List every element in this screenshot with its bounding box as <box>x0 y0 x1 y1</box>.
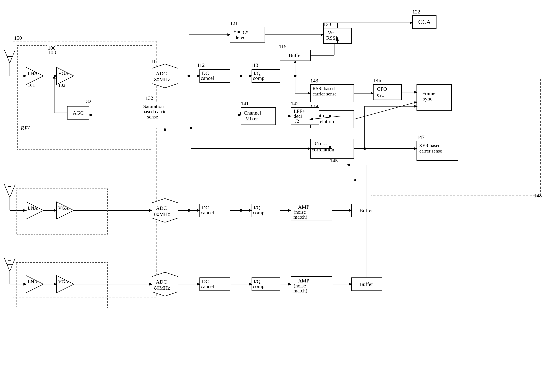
svg-text:Buffer: Buffer <box>360 281 373 287</box>
svg-rect-75 <box>417 85 451 111</box>
svg-text:Saturation: Saturation <box>143 104 164 109</box>
svg-text:145: 145 <box>330 158 338 163</box>
svg-text:123: 123 <box>323 21 331 27</box>
svg-text:/2: /2 <box>295 119 299 124</box>
svg-text:132: 132 <box>84 98 91 104</box>
svg-text:(noise: (noise <box>294 209 306 215</box>
svg-text:AMP: AMP <box>298 204 309 210</box>
label-rf: RF <box>21 125 28 132</box>
svg-text:XER based: XER based <box>419 143 441 148</box>
svg-text:comp: comp <box>253 210 264 215</box>
svg-text:80MHz: 80MHz <box>154 285 170 291</box>
svg-text:Buffer: Buffer <box>360 208 373 213</box>
svg-text:LNA: LNA <box>28 70 38 76</box>
svg-rect-163 <box>16 189 107 234</box>
svg-text:80MHz: 80MHz <box>154 211 170 217</box>
svg-text:146: 146 <box>373 77 381 83</box>
svg-text:detect: detect <box>234 35 247 40</box>
svg-text:RSSI based: RSSI based <box>313 86 335 91</box>
svg-text:121: 121 <box>230 20 238 26</box>
svg-text:80MHz: 80MHz <box>154 77 170 83</box>
svg-text:Cross: Cross <box>315 141 327 147</box>
svg-text:VGA: VGA <box>58 205 69 211</box>
svg-marker-11 <box>26 67 43 85</box>
svg-text:102: 102 <box>58 83 65 88</box>
svg-rect-2 <box>17 46 152 150</box>
svg-text:AMP: AMP <box>298 278 309 284</box>
svg-text:Frame: Frame <box>422 91 435 96</box>
svg-text:Channel: Channel <box>244 110 261 116</box>
svg-point-146 <box>188 209 190 212</box>
svg-text:ADC: ADC <box>156 71 167 76</box>
svg-text:148: 148 <box>534 193 542 198</box>
svg-text:Energy: Energy <box>233 29 248 34</box>
svg-text:LNA: LNA <box>28 279 38 284</box>
svg-text:CCA: CCA <box>418 18 431 25</box>
svg-text:W-: W- <box>328 29 334 35</box>
svg-point-129 <box>190 127 192 129</box>
diagram-svg: 150 100 RF LNA 101 VGA 102 ADC 80MHz 111… <box>0 0 550 392</box>
svg-text:est.: est. <box>377 92 384 98</box>
svg-text:comp: comp <box>253 284 264 289</box>
svg-rect-195 <box>16 262 107 308</box>
svg-text:(noise: (noise <box>294 283 306 288</box>
svg-text:match): match) <box>293 214 307 220</box>
svg-text:LNA: LNA <box>28 205 38 211</box>
svg-text:Buffer: Buffer <box>289 52 302 58</box>
svg-text:113: 113 <box>251 62 258 68</box>
svg-text:Mixer: Mixer <box>245 116 258 121</box>
svg-text:LPF+: LPF+ <box>294 108 305 114</box>
svg-text:111: 111 <box>151 58 158 64</box>
svg-rect-0 <box>13 41 156 297</box>
svg-text:AGC: AGC <box>73 110 84 116</box>
svg-text:VGA: VGA <box>58 70 69 76</box>
svg-text:112: 112 <box>197 62 205 68</box>
svg-text:141: 141 <box>241 101 249 106</box>
svg-text:CFO: CFO <box>377 86 387 92</box>
svg-text:101: 101 <box>28 83 35 88</box>
svg-text:147: 147 <box>417 134 424 140</box>
svg-text:cancel: cancel <box>201 75 214 81</box>
label-150: 150 <box>14 35 22 41</box>
svg-text:cancel: cancel <box>201 284 214 289</box>
svg-text:RSSI: RSSI <box>326 35 337 41</box>
svg-text:based carrier: based carrier <box>142 109 168 114</box>
svg-text:VGA: VGA <box>58 279 69 284</box>
label-100: 100 <box>48 45 56 51</box>
svg-line-82 <box>354 102 417 119</box>
svg-text:match): match) <box>293 288 307 294</box>
svg-text:deci: deci <box>294 113 302 119</box>
svg-text:ADC: ADC <box>156 279 167 285</box>
svg-text:sync: sync <box>423 96 432 102</box>
svg-text:143: 143 <box>310 78 318 84</box>
svg-text:ADC: ADC <box>156 205 167 211</box>
svg-text:sense: sense <box>147 114 158 119</box>
svg-text:132: 132 <box>145 95 153 101</box>
svg-marker-15 <box>56 67 74 85</box>
svg-text:142: 142 <box>291 101 299 106</box>
svg-text:comp: comp <box>253 75 264 81</box>
svg-text:carrer sense: carrer sense <box>419 148 442 154</box>
svg-text:carrier sense: carrier sense <box>313 91 337 97</box>
svg-point-151 <box>240 209 242 212</box>
svg-text:115: 115 <box>279 44 287 49</box>
svg-text:cancel: cancel <box>201 210 214 215</box>
svg-text:122: 122 <box>412 9 420 14</box>
